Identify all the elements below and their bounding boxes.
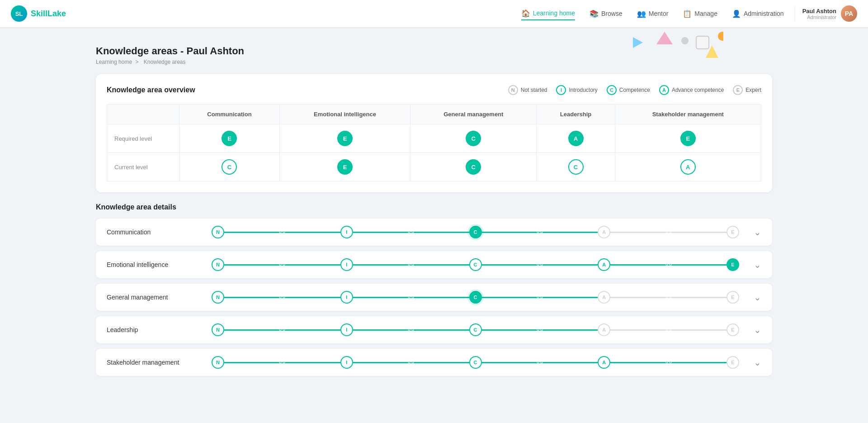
- progress-node-C: C: [469, 258, 482, 271]
- progress-node-E: E: [726, 291, 739, 304]
- cell-1: E: [279, 124, 410, 153]
- legend-item-not_started: N Not started: [508, 85, 547, 95]
- progress-line: [224, 264, 340, 266]
- user-info: Paul Ashton Administrator: [802, 8, 836, 20]
- progress-node-C: C: [469, 323, 482, 336]
- legend-label-expert: Expert: [745, 87, 761, 93]
- progress-line: [482, 264, 598, 266]
- cell-0: E: [179, 124, 280, 153]
- mentor-icon: 👥: [637, 10, 646, 18]
- progress-node-A: A: [598, 258, 610, 271]
- cell-3: C: [537, 153, 615, 181]
- progress-line: [482, 329, 598, 331]
- progress-node-C: C: [469, 291, 482, 304]
- progress-line: [482, 232, 598, 233]
- progress-node-N: N: [212, 323, 224, 336]
- nav-links: 🏠 Learning home 📚 Browse 👥 Mentor 📋 Mana…: [521, 7, 784, 20]
- chevron-down-icon[interactable]: ⌄: [754, 357, 761, 368]
- legend-badge-competence: C: [607, 85, 617, 95]
- progress-node-C: C: [469, 226, 482, 238]
- nav-manage[interactable]: 📋 Manage: [683, 8, 717, 20]
- level-badge: C: [466, 159, 481, 175]
- detail-card-stakeholder-management[interactable]: Stakeholder managementNICAE⌄: [96, 349, 772, 376]
- progress-node-I: I: [340, 258, 353, 271]
- detail-card-communication[interactable]: CommunicationNICAE⌄: [96, 219, 772, 246]
- breadcrumb: Learning home > Knowledge areas: [96, 59, 772, 65]
- progress-line: [610, 329, 726, 331]
- legend-badge-introductory: I: [556, 85, 566, 95]
- overview-table: CommunicationEmotional intelligenceGener…: [107, 104, 761, 181]
- level-badge: E: [680, 131, 696, 146]
- avatar: PA: [841, 5, 857, 22]
- progress-track: NICAE: [212, 291, 739, 304]
- progress-line: [224, 232, 340, 233]
- details-title: Knowledge area details: [96, 203, 772, 211]
- progress-line: [224, 329, 340, 331]
- progress-line: [610, 264, 726, 266]
- progress-line: [482, 297, 598, 298]
- progress-node-E: E: [726, 258, 739, 271]
- home-icon: 🏠: [521, 9, 530, 18]
- legend-label-not_started: Not started: [521, 87, 547, 93]
- col-header-general-management: General management: [410, 105, 537, 124]
- overview-section: Knowledge area overview N Not started I …: [96, 74, 772, 192]
- progress-line: [610, 232, 726, 233]
- cell-2: C: [410, 124, 537, 153]
- legend: N Not started I Introductory C Competenc…: [508, 85, 761, 95]
- detail-card-emotional-intelligence[interactable]: Emotional intelligenceNICAE⌄: [96, 251, 772, 278]
- level-badge: C: [466, 131, 481, 146]
- legend-item-competence: C Competence: [607, 85, 650, 95]
- nav-browse[interactable]: 📚 Browse: [590, 8, 623, 20]
- progress-line: [610, 297, 726, 298]
- chevron-down-icon[interactable]: ⌄: [754, 259, 761, 270]
- cell-2: C: [410, 153, 537, 181]
- progress-node-I: I: [340, 356, 353, 369]
- progress-line: [224, 362, 340, 363]
- progress-track: NICAE: [212, 226, 739, 238]
- legend-item-expert: E Expert: [733, 85, 761, 95]
- progress-line: [353, 297, 469, 298]
- logo-icon: SL: [11, 5, 27, 22]
- progress-node-N: N: [212, 226, 224, 238]
- nav-mentor[interactable]: 👥 Mentor: [637, 8, 669, 20]
- progress-line: [353, 362, 469, 363]
- col-header-emotional-intelligence: Emotional intelligence: [279, 105, 410, 124]
- legend-label-advance: Advance competence: [672, 87, 724, 93]
- row-label: Required level: [107, 124, 179, 153]
- progress-node-E: E: [726, 356, 739, 369]
- page-title: Knowledge areas - Paul Ashton: [96, 45, 772, 57]
- chevron-down-icon[interactable]: ⌄: [754, 227, 761, 238]
- col-header-communication: Communication: [179, 105, 280, 124]
- progress-node-I: I: [340, 291, 353, 304]
- chevron-down-icon[interactable]: ⌄: [754, 292, 761, 303]
- detail-card-leadership[interactable]: LeadershipNICAE⌄: [96, 316, 772, 343]
- admin-icon: 👤: [732, 10, 741, 18]
- nav-learning-home[interactable]: 🏠 Learning home: [521, 7, 575, 20]
- chevron-down-icon[interactable]: ⌄: [754, 324, 761, 335]
- user-profile[interactable]: Paul Ashton Administrator PA: [795, 5, 857, 22]
- progress-line: [353, 232, 469, 233]
- cell-3: A: [537, 124, 615, 153]
- progress-line: [482, 362, 598, 363]
- user-role: Administrator: [802, 14, 836, 20]
- progress-node-A: A: [598, 356, 610, 369]
- logo[interactable]: SL SkillLake: [11, 5, 66, 22]
- progress-line: [353, 264, 469, 266]
- progress-node-I: I: [340, 226, 353, 238]
- progress-node-N: N: [212, 291, 224, 304]
- breadcrumb-home[interactable]: Learning home: [96, 59, 132, 65]
- progress-line: [224, 297, 340, 298]
- level-badge: E: [337, 159, 353, 175]
- legend-badge-expert: E: [733, 85, 743, 95]
- progress-line: [610, 362, 726, 363]
- col-header-leadership: Leadership: [537, 105, 615, 124]
- nav-administration[interactable]: 👤 Administration: [732, 8, 784, 20]
- legend-label-competence: Competence: [619, 87, 650, 93]
- progress-node-A: A: [598, 291, 610, 304]
- level-badge: E: [222, 131, 237, 146]
- detail-card-general-management[interactable]: General managementNICAE⌄: [96, 284, 772, 311]
- level-badge: C: [568, 159, 584, 175]
- details-container: CommunicationNICAE⌄Emotional intelligenc…: [96, 219, 772, 376]
- progress-line: [353, 329, 469, 331]
- user-name: Paul Ashton: [802, 8, 836, 14]
